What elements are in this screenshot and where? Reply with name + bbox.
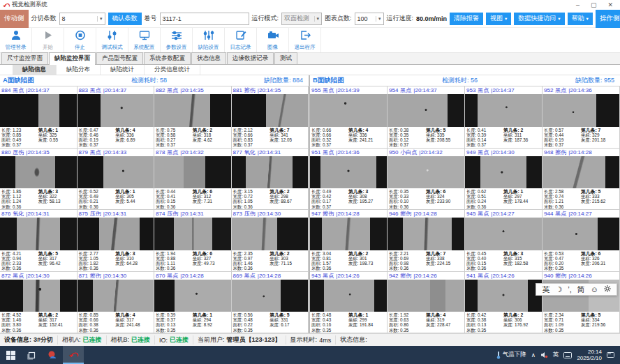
defect-cell[interactable]: 869 黑点 |20:14:28 长度: 0.56 宽度: 0.48 面积: 0…: [232, 272, 309, 334]
task-view-button[interactable]: [21, 346, 42, 364]
parameter-settings-button[interactable]: 参数设置: [161, 28, 193, 52]
defect-image[interactable]: [465, 280, 542, 312]
chart-points-select[interactable]: 100 ▾: [355, 13, 384, 25]
admin-login-button[interactable]: 管理登录: [0, 28, 32, 52]
defect-image[interactable]: [154, 218, 231, 250]
defect-image[interactable]: [232, 94, 309, 127]
volume-icon[interactable]: [540, 351, 548, 358]
defect-image[interactable]: [310, 156, 387, 189]
defect-cell[interactable]: 881 擦伤 |20:14:35 长度: 2.12 宽度: 0.66 面积: 0…: [232, 86, 309, 149]
log-record-button[interactable]: 日志记录: [225, 28, 257, 52]
quick-access-menu-button[interactable]: 数据快捷访问▾: [514, 13, 564, 25]
subtab-defect-info[interactable]: 缺陷信息: [13, 65, 57, 75]
defect-cell[interactable]: 870 黑点 |20:14:28 长度: 0.39 宽度: 0.37 面积: 0…: [154, 272, 232, 334]
tab-test[interactable]: 测试: [274, 52, 297, 64]
defect-image[interactable]: [78, 156, 154, 189]
defect-image[interactable]: [78, 94, 154, 127]
help-menu-button[interactable]: 帮助▾: [568, 13, 593, 25]
view-menu-button[interactable]: 视图▾: [486, 13, 511, 25]
ime-night-mode-icon[interactable]: ☽: [555, 285, 562, 294]
defect-cell[interactable]: 878 黑点 |20:14:32 长度: 0.44 宽度: 0.41 面积: 0…: [154, 149, 232, 211]
defect-cell[interactable]: 953 黑点 |20:14:37 长度: 0.41 宽度: 0.39 面积: 0…: [465, 86, 542, 149]
keyboard-icon[interactable]: [563, 352, 572, 358]
defect-cell[interactable]: 948 擦伤 |20:14:28 长度: 2.58 宽度: 0.74 面积: 1…: [542, 149, 620, 211]
close-button[interactable]: ✕: [607, 1, 613, 8]
ime-english-mode-button[interactable]: 英: [542, 285, 549, 295]
defect-image[interactable]: [465, 156, 542, 189]
defect-cell[interactable]: 941 黑点 |20:14:26 长度: 0.42 宽度: 0.38 面积: 0…: [465, 272, 542, 334]
defect-cell[interactable]: 951 黑点 |20:14:36 长度: 0.49 宽度: 0.42 面积: 0…: [310, 149, 388, 211]
debug-mode-button[interactable]: 调试模式: [96, 28, 128, 52]
defect-settings-button[interactable]: 缺陷设置: [193, 28, 225, 52]
ime-punctuation-toggle[interactable]: ’,: [568, 285, 572, 294]
defect-cell[interactable]: 946 擦伤 |20:14:28 长度: 2.21 宽度: 0.69 面积: 0…: [388, 210, 465, 272]
operator-side-button[interactable]: 操作侧: [596, 10, 620, 28]
tray-expand-button[interactable]: ∧: [531, 351, 536, 358]
tab-defect-monitor[interactable]: 缺陷监控界面: [49, 52, 96, 65]
defect-image[interactable]: [388, 94, 464, 127]
defect-image[interactable]: [542, 156, 619, 189]
subtab-defect-distribution[interactable]: 缺陷分布: [57, 65, 101, 75]
defect-cell[interactable]: 873 压伤 |20:14:30 长度: 2.35 宽度: 0.97 面积: 1…: [232, 210, 309, 272]
defect-image[interactable]: [0, 218, 77, 250]
defect-cell[interactable]: 950 小白点 |20:14:32 长度: 0.35 宽度: 0.33 面积: …: [388, 149, 465, 211]
defect-image[interactable]: [154, 156, 231, 189]
defect-image[interactable]: [465, 218, 542, 250]
defect-cell[interactable]: 940 擦伤 |20:14:26 长度: 2.34 宽度: 0.71 面积: 1…: [542, 272, 620, 334]
defect-cell[interactable]: 942 擦伤 |20:14:26 长度: 1.92 宽度: 0.63 面积: 0…: [388, 272, 465, 334]
defect-cell[interactable]: 876 氧化 |20:14:31 长度: 4.21 宽度: 0.94 面积: 2…: [0, 210, 78, 272]
defect-image[interactable]: [388, 156, 464, 189]
drive-side-button[interactable]: 传动侧: [0, 10, 29, 28]
defect-image[interactable]: [0, 94, 77, 127]
defect-cell[interactable]: 883 黑点 |20:14:37 长度: 0.47 宽度: 0.46 面积: 0…: [78, 86, 155, 149]
defect-cell[interactable]: 875 压伤 |20:14:31 长度: 2.77 宽度: 1.05 面积: 1…: [78, 210, 155, 272]
defect-cell[interactable]: 882 黑点 |20:14:35 长度: 0.75 宽度: 0.58 面积: 0…: [154, 86, 232, 149]
taskbar-app-icon[interactable]: [42, 346, 63, 364]
start-button[interactable]: 开始: [32, 28, 64, 52]
defect-image[interactable]: [542, 218, 619, 250]
minimize-button[interactable]: –: [576, 1, 580, 8]
defect-cell[interactable]: 952 黑点 |20:14:36 长度: 0.57 宽度: 0.44 面积: 0…: [542, 86, 620, 149]
image-button[interactable]: 图像: [257, 28, 289, 52]
weather-widget[interactable]: 气温下降: [496, 351, 526, 359]
defect-image[interactable]: [232, 280, 309, 312]
defect-image[interactable]: [0, 156, 77, 189]
defect-image[interactable]: [232, 156, 309, 189]
maximize-button[interactable]: ▢: [591, 1, 597, 8]
defect-image[interactable]: [310, 280, 387, 312]
defect-cell[interactable]: 954 黑点 |20:14:37 长度: 0.38 宽度: 0.35 面积: 0…: [388, 86, 465, 149]
clear-alarm-button[interactable]: 清除报警: [450, 13, 483, 25]
defect-cell[interactable]: 872 黑点 |20:14:30 长度: 4.52 宽度: 1.46 面积: 3…: [0, 272, 78, 334]
roll-number-input[interactable]: 3117-1: [160, 13, 249, 25]
defect-cell[interactable]: 880 压伤 |20:14:35 长度: 1.86 宽度: 1.12 面积: 1…: [0, 149, 78, 211]
confirm-count-button[interactable]: 确认条数: [108, 13, 142, 25]
start-button[interactable]: [0, 346, 21, 364]
notification-panel-icon[interactable]: [607, 351, 614, 358]
ime-emoji-button[interactable]: ☺: [591, 285, 598, 294]
defect-cell[interactable]: 884 黑点 |20:14:37 长度: 1.23 宽度: 0.85 面积: 0…: [0, 86, 78, 149]
ime-settings-gear-icon[interactable]: [604, 285, 611, 294]
ime-simplified-chinese-button[interactable]: 简: [577, 285, 585, 295]
tab-status-info[interactable]: 状态信息: [191, 52, 226, 64]
subtab-defect-statistics[interactable]: 缺陷统计: [101, 65, 145, 75]
defect-image[interactable]: [78, 218, 154, 250]
subtab-class-info-statistics[interactable]: 分类信息统计: [145, 65, 200, 75]
defect-cell[interactable]: 874 压伤 |20:14:31 长度: 1.94 宽度: 0.88 面积: 1…: [154, 210, 232, 272]
system-config-button[interactable]: 系统配置: [128, 28, 161, 52]
defect-image[interactable]: [388, 280, 464, 312]
slit-count-select[interactable]: 8 ▾: [59, 13, 105, 25]
tab-system-param-config[interactable]: 系统参数配置: [144, 52, 191, 64]
defect-image[interactable]: [154, 280, 231, 312]
defect-image[interactable]: [154, 94, 231, 127]
defect-cell[interactable]: 871 擦伤 |20:14:30 长度: 0.85 宽度: 0.66 面积: 0…: [78, 272, 155, 334]
defect-image[interactable]: [310, 94, 387, 127]
defect-cell[interactable]: 879 黑点 |20:14:33 长度: 0.52 宽度: 0.49 面积: 0…: [78, 149, 155, 211]
defect-cell[interactable]: 955 黑点 |20:14:39 长度: 0.66 宽度: 0.66 面积: 0…: [310, 86, 388, 149]
defect-cell[interactable]: 949 黑点 |20:14:30 长度: 0.62 宽度: 0.51 面积: 0…: [465, 149, 542, 211]
defect-image[interactable]: [232, 218, 309, 250]
tab-edge-data-record[interactable]: 边缘数据记录: [227, 52, 274, 64]
taskbar-clock[interactable]: 20:14 2025/2/10: [577, 349, 602, 361]
tab-product-model-config[interactable]: 产品型号配置: [96, 52, 143, 64]
defect-cell[interactable]: 945 黑点 |20:14:27 长度: 0.45 宽度: 0.40 面积: 0…: [465, 210, 542, 272]
run-mode-select[interactable]: 双面检测 ▾: [281, 13, 322, 25]
